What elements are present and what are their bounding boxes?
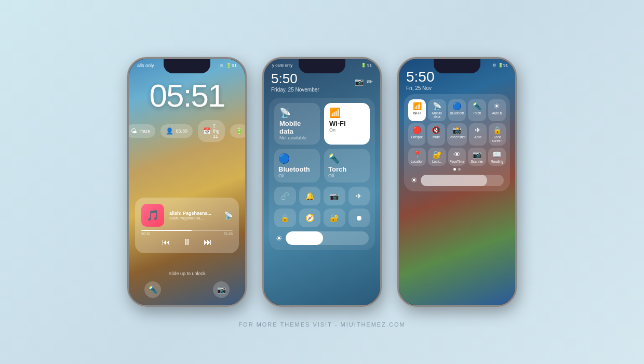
- cc-clock: 5:50: [271, 71, 319, 87]
- qs-scanner-label: Scanner: [471, 160, 483, 163]
- cc-row-small-2: 🔒 🧭 🔐 ⏺: [274, 209, 370, 227]
- mobile-data-label: Mobile data: [279, 120, 315, 135]
- qs-hotspot-icon: 🔴: [412, 126, 421, 134]
- qs-scanner-icon: 📷: [473, 150, 481, 159]
- battery-widget-icon: 🔋: [235, 127, 243, 135]
- calendar-label: 2 thg 11: [213, 123, 220, 139]
- music-controls[interactable]: ⏮ ⏸ ⏭: [141, 238, 233, 247]
- qs-torch-icon: 🔦: [473, 102, 481, 110]
- lock-widget-weather: 🌤 Haze: [129, 124, 155, 138]
- slide-unlock-text: Slide up to unlock: [129, 271, 245, 276]
- cc-time-block: 5:50 Friday, 25 November: [271, 71, 319, 93]
- qs-lock-label: Lock...: [432, 160, 442, 163]
- bluetooth-status: Off: [278, 173, 285, 178]
- qs-hotspot-tile[interactable]: 🔴 Hotspot: [408, 123, 425, 145]
- lockscreen-screen: alls only E 🔋91 05:51 🌤 Haze 👤 05:30 📅 2…: [129, 59, 245, 305]
- wifi-label: Wi-Fi: [329, 120, 365, 127]
- music-progress: 30:36 32:45: [141, 230, 233, 236]
- qs-mute-tile[interactable]: 🔇 Mute: [427, 123, 445, 145]
- qs-facetime-label: FaceTime: [450, 160, 465, 163]
- cc-bell-btn[interactable]: 🔔: [299, 187, 321, 205]
- music-artist: allah Pagshaena...: [169, 216, 219, 220]
- qs-screenshot-tile[interactable]: 📸 Screenshot: [447, 123, 467, 145]
- qs-auto-brightness-tile[interactable]: ☀ Auto b: [488, 99, 506, 121]
- wifi-status: On: [329, 127, 365, 133]
- qs-hotspot-label: Hotspot: [411, 135, 422, 139]
- cc-wifi-tile[interactable]: 📶 Wi-Fi On: [324, 103, 370, 145]
- cc-camera-btn[interactable]: 📷: [324, 187, 345, 205]
- qs-torch-label: Torch: [473, 111, 481, 115]
- cc-link-btn[interactable]: 🔗: [274, 187, 296, 205]
- cc-lock-btn[interactable]: 🔒: [274, 209, 296, 227]
- qs-scanner-tile[interactable]: 📷 Scanner: [468, 148, 486, 166]
- prev-button[interactable]: ⏮: [162, 238, 170, 247]
- qs-screen: ⚙ 🔋91 5:50 Fri, 25 Nov 📶 Wi-Fi 📡 Mobile …: [399, 59, 515, 305]
- progress-current: 30:36: [141, 232, 151, 236]
- qs-torch-tile[interactable]: 🔦 Torch: [468, 99, 486, 121]
- qs-grid-row3: 📍 Location 🔐 Lock... 👁 FaceTime 📷 Scanne…: [408, 148, 506, 166]
- qs-location-icon: 📍: [413, 150, 422, 159]
- camera-cc-icon[interactable]: 📷: [355, 77, 364, 86]
- qs-lockscreen-tile[interactable]: 🔒 Lock screen: [489, 123, 506, 145]
- qs-brightness-track[interactable]: [421, 175, 504, 186]
- phones-container: alls only E 🔋91 05:51 🌤 Haze 👤 05:30 📅 2…: [127, 57, 517, 307]
- qs-reading-tile[interactable]: 📖 Reading: [488, 148, 506, 166]
- cc-rotate-btn[interactable]: 🔐: [324, 209, 345, 227]
- cc-date: Friday, 25 November: [271, 87, 319, 93]
- flashlight-button[interactable]: 🔦: [144, 281, 161, 298]
- qs-brightness-row[interactable]: ☀: [408, 173, 506, 186]
- cc-screen: y calls only 🔋 91 5:50 Friday, 25 Novemb…: [264, 59, 380, 305]
- cc-plane-btn[interactable]: ✈: [348, 187, 370, 205]
- progress-total: 32:45: [223, 232, 233, 236]
- qs-wifi-icon: 📶: [413, 102, 422, 110]
- qs-page-dots: [408, 168, 506, 171]
- qs-lockscreen-icon: 🔒: [493, 126, 502, 134]
- status-left-1: alls only: [137, 63, 154, 68]
- airplay-icon[interactable]: 📡: [224, 211, 233, 219]
- mobile-data-status: Not available: [279, 135, 315, 140]
- qs-grid-row2: 🔴 Hotspot 🔇 Mute 📸 Screenshot ✈ Aero: [408, 123, 506, 145]
- cc-nav-btn[interactable]: 🧭: [299, 209, 321, 227]
- qs-bluetooth-label: Bluetooth: [450, 111, 464, 115]
- qs-location-label: Location: [411, 160, 424, 163]
- qs-status-right: ⚙ 🔋91: [492, 63, 508, 68]
- next-button[interactable]: ⏭: [204, 238, 212, 247]
- alarm-icon: 👤: [166, 127, 173, 135]
- qs-clock: 5:50: [399, 69, 515, 85]
- qs-wifi-label: Wi-Fi: [413, 111, 421, 115]
- cc-torch-tile[interactable]: 🔦 Torch Off: [324, 149, 370, 183]
- lockscreen-clock: 05:51: [129, 80, 245, 112]
- edit-cc-icon[interactable]: ✏: [367, 77, 373, 86]
- qs-mobiledata-label: Mobile data: [430, 111, 444, 119]
- qs-location-tile[interactable]: 📍 Location: [408, 148, 426, 166]
- qs-mobiledata-tile[interactable]: 📡 Mobile data: [428, 99, 446, 121]
- phone-quick-settings: ⚙ 🔋91 5:50 Fri, 25 Nov 📶 Wi-Fi 📡 Mobile …: [397, 57, 517, 307]
- qs-brightness-icon: ☀: [410, 175, 418, 185]
- lock-widget-calendar: 📅 2 thg 11: [198, 120, 225, 142]
- weather-icon: 🌤: [131, 127, 137, 135]
- alarm-label: 05:30: [176, 128, 187, 134]
- cc-brightness-row[interactable]: ☀: [274, 231, 370, 245]
- qs-lock-tile[interactable]: 🔐 Lock...: [428, 148, 446, 166]
- qs-wifi-tile[interactable]: 📶 Wi-Fi: [408, 99, 426, 121]
- qs-bluetooth-tile[interactable]: 🔵 Bluetooth: [448, 99, 466, 121]
- cc-mobile-data-tile[interactable]: 📡 Mobile data Not available: [274, 103, 320, 145]
- qs-brightness-fill: [421, 175, 487, 186]
- qs-airplane-label: Aero: [474, 135, 481, 139]
- weather-label: Haze: [139, 128, 150, 134]
- camera-button[interactable]: 📷: [213, 281, 230, 298]
- music-player[interactable]: 🎵 allah: Pagshaena... allah Pagshaena...…: [135, 198, 239, 253]
- qs-auto-label: Auto b: [492, 111, 502, 115]
- brightness-track[interactable]: [286, 231, 369, 245]
- cc-row-bt-torch: 🔵 Bluetooth Off 🔦 Torch Off: [274, 149, 370, 183]
- play-pause-button[interactable]: ⏸: [183, 238, 191, 247]
- music-app-icon: 🎵: [141, 204, 164, 227]
- qs-facetime-tile[interactable]: 👁 FaceTime: [448, 148, 466, 166]
- cc-header-icons[interactable]: 📷 ✏: [355, 77, 373, 86]
- phone-control-center: y calls only 🔋 91 5:50 Friday, 25 Novemb…: [262, 57, 382, 307]
- music-info: allah: Pagshaena... allah Pagshaena...: [169, 211, 219, 220]
- qs-airplane-icon: ✈: [475, 126, 481, 134]
- qs-airplane-tile[interactable]: ✈ Aero: [469, 123, 486, 145]
- cc-record-btn[interactable]: ⏺: [348, 209, 370, 227]
- cc-bluetooth-tile[interactable]: 🔵 Bluetooth Off: [274, 149, 320, 183]
